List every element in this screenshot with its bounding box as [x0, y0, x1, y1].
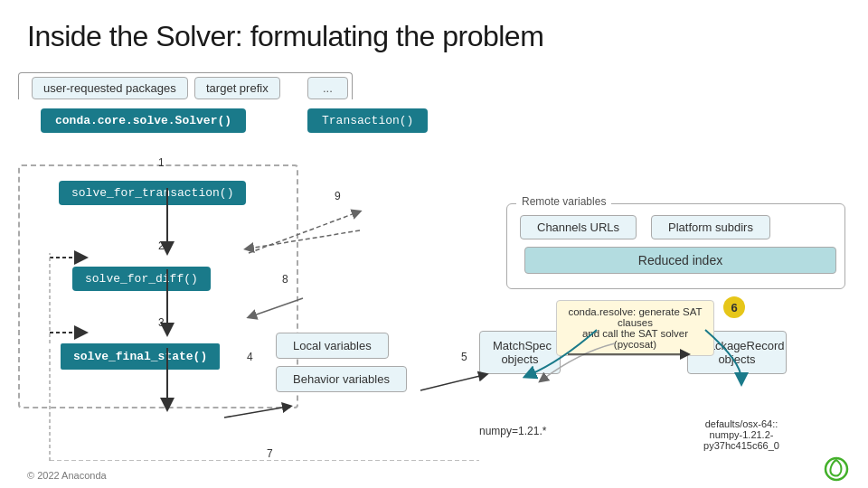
step-3: 3: [158, 316, 165, 329]
solve-transaction-box: solve_for_transaction(): [59, 181, 246, 205]
defaults-text: defaults/osx-64:: numpy-1.21.2-py37hc415…: [703, 418, 779, 451]
defaults-label: defaults/osx-64:: numpy-1.21.2-py37hc415…: [678, 418, 805, 451]
badge-6: 6: [723, 296, 745, 318]
step-1: 1: [158, 156, 165, 169]
user-packages-box: user-requested packages: [32, 77, 188, 99]
sat-box: conda.resolve: generate SAT clauses and …: [556, 300, 714, 356]
svg-line-6: [420, 375, 484, 390]
local-vars-box: Local variables: [276, 333, 389, 359]
channels-urls-box: Channels URLs: [520, 215, 637, 239]
behavior-vars-box: Behavior variables: [276, 366, 407, 392]
transaction-box: Transaction(): [307, 108, 428, 133]
step-5: 5: [461, 351, 467, 363]
svg-line-9: [249, 212, 357, 253]
step-9: 9: [335, 190, 341, 202]
step-4: 4: [247, 351, 253, 363]
matchspec-line2: objects: [501, 352, 538, 366]
page-title: Inside the Solver: formulating the probl…: [0, 0, 868, 62]
packagerecord-line2: objects: [718, 352, 755, 366]
sat-text-line2: and call the SAT solver (pycosat): [582, 328, 688, 350]
svg-line-8: [251, 298, 303, 316]
svg-line-7: [249, 230, 360, 249]
sat-text-line1: conda.resolve: generate SAT clauses: [568, 306, 702, 328]
platform-subdirs-box: Platform subdirs: [651, 215, 770, 239]
matchspec-line1: MatchSpec: [493, 339, 552, 352]
footer: © 2022 Anaconda: [27, 470, 107, 481]
solve-diff-box: solve_for_diff(): [72, 267, 211, 291]
remote-vars-label: Remote variables: [516, 195, 611, 208]
step-8: 8: [282, 273, 288, 286]
step-7: 7: [267, 447, 273, 460]
target-prefix-box: target prefix: [194, 77, 280, 99]
main-content: user-requested packages target prefix ..…: [0, 72, 868, 461]
svg-line-5: [224, 407, 288, 418]
matchspec-box: MatchSpec objects: [479, 331, 561, 374]
solve-final-box: solve_final_state(): [59, 342, 222, 371]
step-2: 2: [158, 239, 165, 252]
reduced-index-box: Reduced index: [524, 247, 836, 274]
solver-box: conda.core.solve.Solver(): [41, 108, 246, 133]
anaconda-logo: [823, 455, 850, 483]
more-inputs-box: ...: [307, 77, 348, 99]
numpy-label: numpy=1.21.*: [479, 425, 546, 437]
